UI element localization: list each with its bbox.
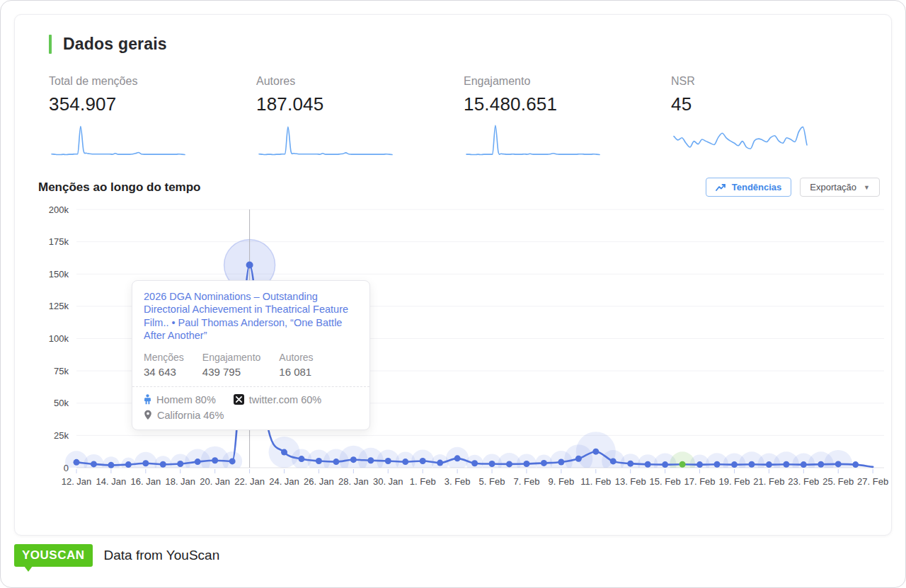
youscan-logo-text: YOUSCAN — [22, 548, 85, 562]
x-axis-tick: 17. Feb — [684, 476, 716, 487]
x-axis-tick: 25. Feb — [822, 476, 854, 487]
footer-caption: Data from YouScan — [104, 548, 220, 563]
trending-up-icon — [716, 183, 726, 192]
chart-point[interactable] — [385, 458, 391, 464]
male-icon — [144, 394, 151, 405]
chart-point[interactable] — [454, 455, 461, 461]
x-axis-tick: 18. Jan — [165, 476, 195, 487]
chart-point[interactable] — [437, 460, 443, 466]
y-axis-tick: 25k — [54, 430, 69, 441]
x-twitter-icon — [234, 394, 244, 405]
x-axis-tick: 11. Feb — [580, 476, 611, 487]
chart-point[interactable] — [108, 462, 114, 468]
stat-value: 439 795 — [202, 366, 261, 378]
chart-point[interactable] — [852, 461, 859, 468]
x-axis-tick: 13. Feb — [615, 476, 646, 487]
x-axis-tick: 14. Jan — [96, 476, 127, 487]
chart-point[interactable] — [506, 461, 512, 467]
kpi-row: Total de menções 354.907 Autores 187.045… — [49, 75, 857, 159]
chart-point[interactable] — [212, 457, 218, 463]
chart-point[interactable] — [489, 461, 495, 467]
y-axis-tick: 150k — [49, 269, 69, 279]
chart-point[interactable] — [610, 458, 617, 464]
kpi-label: Autores — [256, 75, 464, 88]
chart-point[interactable] — [471, 460, 478, 466]
chart-point[interactable] — [645, 461, 651, 468]
chart-point[interactable] — [91, 461, 97, 467]
x-axis-tick: 27. Feb — [857, 476, 888, 487]
chart-point[interactable] — [627, 461, 633, 467]
chart-point[interactable] — [523, 461, 529, 467]
chart-point[interactable] — [662, 461, 668, 468]
source-stat-label: twitter.com 60% — [249, 394, 321, 405]
x-axis-tick: 5. Feb — [479, 476, 505, 487]
stat-value: 16 081 — [279, 366, 313, 378]
chart-point[interactable] — [696, 461, 703, 468]
x-axis-tick: 22. Jan — [234, 476, 265, 487]
gender-stat-label: Homem 80% — [156, 394, 216, 405]
chart-point-green[interactable] — [680, 461, 686, 468]
chart-point[interactable] — [748, 461, 755, 468]
chart-point[interactable] — [420, 458, 426, 464]
footer: YOUSCAN Data from YouScan — [14, 544, 219, 567]
chart-point[interactable] — [731, 461, 738, 468]
tooltip-stat-engagement: Engajamento 439 795 — [202, 352, 261, 378]
chart-point[interactable] — [298, 456, 304, 462]
chart-point[interactable] — [558, 459, 564, 465]
dashboard-card: Dados gerais Total de menções 354.907 Au… — [14, 14, 892, 536]
heading-accent-bar — [49, 35, 52, 54]
x-axis-tick: 15. Feb — [650, 476, 681, 487]
chart-point[interactable] — [766, 461, 772, 468]
export-button[interactable]: Exportação ▼ — [800, 178, 880, 197]
x-axis-tick: 30. Jan — [373, 476, 403, 487]
tooltip-divider — [132, 386, 369, 387]
kpi-value: 187.045 — [256, 93, 464, 115]
y-axis-tick: 50k — [54, 398, 69, 408]
chart-point[interactable] — [229, 458, 236, 464]
chart-point[interactable] — [177, 461, 183, 467]
export-button-label: Exportação — [810, 182, 856, 192]
chart-point[interactable] — [333, 459, 339, 465]
chart-point[interactable] — [74, 459, 80, 466]
x-axis-tick: 20. Jan — [200, 476, 230, 487]
chart-point[interactable] — [160, 461, 166, 468]
chart-point[interactable] — [281, 449, 287, 456]
chevron-down-icon: ▼ — [864, 184, 870, 191]
chart-point-highlighted[interactable] — [246, 261, 253, 268]
chart-point[interactable] — [835, 461, 842, 467]
chart-point[interactable] — [818, 461, 824, 468]
x-axis-tick: 19. Feb — [718, 476, 750, 487]
section-heading: Dados gerais — [49, 35, 857, 54]
chart-point[interactable] — [142, 460, 149, 466]
kpi-label: NSR — [671, 75, 878, 88]
chart-point[interactable] — [541, 460, 547, 466]
chart-point[interactable] — [575, 456, 582, 462]
kpi-nsr: NSR 45 — [671, 75, 878, 159]
source-stat: twitter.com 60% — [234, 394, 321, 405]
chart-point[interactable] — [592, 449, 599, 455]
x-axis-tick: 24. Jan — [269, 476, 299, 487]
chart-point[interactable] — [367, 457, 374, 463]
chart-point[interactable] — [801, 461, 807, 468]
x-axis-tick: 1. Feb — [410, 476, 436, 487]
stat-value: 34 643 — [144, 366, 184, 378]
stat-label: Engajamento — [202, 352, 261, 363]
chart-point[interactable] — [783, 461, 789, 468]
chart-point[interactable] — [316, 458, 322, 464]
location-stat-label: California 46% — [157, 410, 224, 421]
chart-point[interactable] — [195, 459, 201, 465]
location-stat: California 46% — [144, 410, 224, 421]
chart-point[interactable] — [350, 456, 357, 463]
kpi-value: 15.480.651 — [464, 93, 671, 115]
stat-label: Autores — [279, 352, 313, 363]
chart-point[interactable] — [402, 459, 408, 465]
mentions-timeline-chart[interactable]: 025k50k75k100k125k150k175k200k12. Jan14.… — [15, 200, 891, 494]
chart-point[interactable] — [125, 461, 132, 468]
trends-button[interactable]: Tendências — [706, 178, 792, 197]
kpi-label: Engajamento — [464, 75, 671, 88]
y-axis-tick: 100k — [49, 333, 69, 344]
mention-link[interactable]: 2026 DGA Nominations – Outstanding Direc… — [144, 290, 358, 342]
x-axis-tick: 9. Feb — [548, 476, 574, 487]
chart-point[interactable] — [714, 461, 721, 468]
location-pin-icon — [144, 410, 152, 420]
